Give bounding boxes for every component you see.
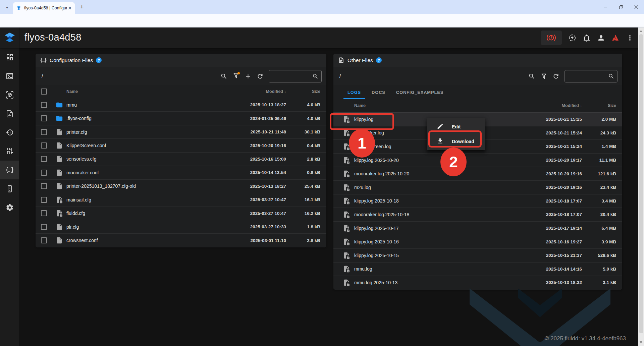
help-icon[interactable]: ?	[96, 57, 102, 63]
filter-icon[interactable]	[230, 70, 242, 82]
select-all-checkbox[interactable]	[41, 89, 47, 95]
updates-icon[interactable]	[568, 34, 576, 42]
scrollbar-thumb[interactable]	[639, 34, 643, 333]
col-size[interactable]: Size	[286, 89, 320, 94]
sidebar-item-system[interactable]	[0, 179, 19, 198]
row-checkbox[interactable]	[41, 115, 47, 121]
help-icon[interactable]: ?	[376, 57, 382, 63]
user-icon[interactable]	[597, 34, 605, 42]
row-checkbox[interactable]	[41, 210, 47, 216]
notifications-icon[interactable]	[583, 34, 591, 42]
refresh-icon[interactable]	[550, 70, 562, 82]
tab-docs[interactable]: DOCS	[366, 90, 391, 99]
refresh-icon[interactable]	[254, 70, 266, 82]
page-scrollbar[interactable]	[638, 27, 644, 346]
emergency-stop-icon[interactable]	[541, 31, 562, 45]
file-row-mmu[interactable]: mmu2025-10-13 18:274.0 kB	[36, 98, 326, 111]
file-row-mainsail.cfg[interactable]: mainsail.cfg2025-03-27 10:4716.1 kB	[36, 193, 326, 206]
row-checkbox[interactable]	[41, 183, 47, 189]
configuration-files-title: Configuration Files	[50, 57, 93, 63]
tab-config_examples[interactable]: CONFIG_EXAMPLES	[391, 90, 449, 99]
file-row-plr.cfg[interactable]: plr.cfg2025-03-27 10:331.8 kB	[36, 220, 326, 233]
sidebar-item-configure[interactable]	[0, 161, 19, 179]
tab-logs[interactable]: LOGS	[342, 90, 366, 99]
close-button[interactable]	[629, 0, 644, 14]
col-name[interactable]: Name	[354, 103, 526, 108]
col-modified[interactable]: Modified↓	[230, 89, 286, 94]
overflow-menu-icon[interactable]	[626, 34, 634, 42]
file-row-klippy.log.2025-10-18[interactable]: klippy.log.2025-10-182025-10-18 17:073.4…	[333, 194, 622, 208]
current-path[interactable]: /	[42, 73, 218, 79]
file-row-printer-20251013_182707.cfg-old[interactable]: printer-20251013_182707.cfg-old2025-10-1…	[36, 179, 326, 193]
file-row-moonraker.log.2025-10-18[interactable]: moonraker.log.2025-10-182025-10-18 17:07…	[333, 208, 622, 221]
tab-close-icon[interactable]: ✕	[67, 5, 72, 11]
scrollbar-down-arrow[interactable]	[640, 341, 642, 344]
file-icon	[56, 155, 63, 163]
file-row-sensorless.cfg[interactable]: sensorless.cfg2025-10-16 15:002.8 kB	[36, 152, 326, 166]
scrollbar-up-arrow[interactable]	[640, 30, 642, 32]
file-row-mmu.log.2025-10-13[interactable]: mmu.log.2025-10-132025-10-13 18:323.1 kB	[333, 276, 622, 289]
other-table-header: Name Modified↓ Size	[333, 99, 622, 112]
sidebar-item-tune[interactable]	[0, 142, 19, 161]
restore-button[interactable]	[613, 0, 629, 14]
file-name: plr.cfg	[66, 224, 230, 230]
file-lock-icon	[343, 238, 350, 245]
theme-logo-icon[interactable]	[611, 34, 620, 42]
file-size: 5.0 kB	[582, 267, 616, 272]
file-row-klippy.log.2025-10-17[interactable]: klippy.log.2025-10-172025-10-17 19:146.4…	[333, 221, 622, 235]
sidebar-item-dashboard[interactable]	[0, 48, 19, 67]
tab-search-icon[interactable]: ▾	[3, 3, 11, 12]
file-row-crowsnest.conf[interactable]: crowsnest.conf2025-03-01 11:102.8 kB	[36, 233, 326, 247]
folder-icon	[56, 101, 63, 109]
file-row-klippy.log.2025-10-15[interactable]: klippy.log.2025-10-152025-10-15 21:37528…	[333, 248, 622, 262]
row-checkbox[interactable]	[41, 102, 47, 108]
filter-icon[interactable]	[538, 70, 550, 82]
sidebar-item-history[interactable]	[0, 123, 19, 142]
sidebar-item-settings[interactable]	[0, 198, 19, 217]
file-size: 3.1 kB	[582, 280, 616, 285]
file-name: m2u.log	[354, 185, 526, 190]
sidebar-item-gcode-preview[interactable]	[0, 85, 19, 104]
new-tab-button[interactable]: +	[78, 3, 86, 11]
file-row-KlipperScreen.conf[interactable]: KlipperScreen.conf2025-10-20 19:160.4 kB	[36, 138, 326, 152]
file-row-moonraker.conf[interactable]: moonraker.conf2025-10-14 13:540.8 kB	[36, 166, 326, 179]
minimize-button[interactable]	[598, 0, 613, 14]
sidebar-item-jobs[interactable]	[0, 104, 19, 123]
file-lock-icon	[56, 210, 63, 217]
browser-tab-bar: ▾ flyos-0a4d58 | Configuration ✕ +	[0, 0, 644, 14]
col-size[interactable]: Size	[582, 103, 616, 108]
file-lock-icon	[343, 225, 350, 232]
file-size: 30.1 kB	[286, 129, 320, 134]
file-row-mmu.log[interactable]: mmu.log2025-10-14 14:165.0 kB	[333, 262, 622, 276]
file-row-klippy.log.2025-10-16[interactable]: klippy.log.2025-10-162025-10-16 19:273.9…	[333, 235, 622, 248]
fluidd-logo-icon[interactable]	[4, 32, 16, 44]
file-lock-icon	[343, 129, 350, 136]
file-row-.flyos-config[interactable]: .flyos-config2024-01-25 06:464.0 kB	[36, 111, 326, 125]
file-search-input[interactable]	[568, 74, 608, 79]
current-path[interactable]: /	[339, 73, 526, 79]
file-size: 1.8 kB	[286, 224, 320, 229]
col-modified[interactable]: Modified↓	[526, 103, 582, 108]
file-row-klippy.log.2025-10-20[interactable]: klippy.log.2025-10-202025-10-20 19:1711.…	[333, 153, 622, 167]
add-file-icon[interactable]	[242, 70, 254, 82]
file-size: 3.4 MB	[582, 198, 616, 204]
search-icon[interactable]	[526, 70, 538, 82]
row-checkbox[interactable]	[41, 224, 47, 230]
row-checkbox[interactable]	[41, 237, 47, 243]
row-checkbox[interactable]	[41, 197, 47, 203]
file-row-printer.cfg[interactable]: printer.cfg2025-10-21 11:4830.1 kB	[36, 125, 326, 138]
browser-tab[interactable]: flyos-0a4d58 | Configuration ✕	[13, 2, 75, 14]
row-checkbox[interactable]	[41, 142, 47, 149]
other-files-header: Other Files ?	[333, 54, 622, 67]
search-icon[interactable]	[218, 70, 230, 82]
footer-version-text: © 2025 fluidd: v1.34.4-4eefb963	[545, 335, 626, 342]
row-checkbox[interactable]	[41, 156, 47, 162]
file-row-fluidd.cfg[interactable]: fluidd.cfg2025-03-27 10:4716.2 kB	[36, 207, 326, 220]
file-search-input[interactable]	[272, 74, 312, 79]
file-row-moonraker.log.2025-10-20[interactable]: moonraker.log.2025-10-202025-10-20 19:16…	[333, 167, 622, 180]
file-row-m2u.log[interactable]: m2u.log2025-10-20 19:1623.4 kB	[333, 180, 622, 194]
row-checkbox[interactable]	[41, 129, 47, 135]
col-name[interactable]: Name	[66, 89, 230, 94]
row-checkbox[interactable]	[41, 170, 47, 176]
sidebar-item-console[interactable]	[0, 67, 19, 85]
